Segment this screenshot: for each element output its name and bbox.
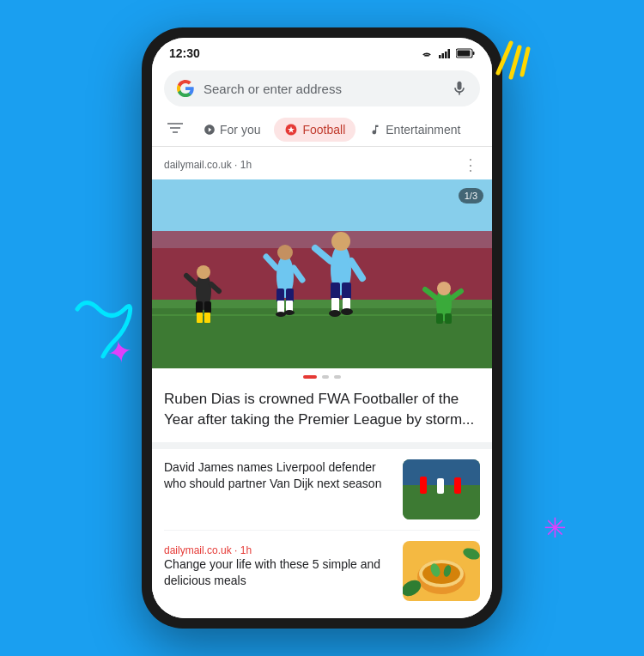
svg-rect-43 [204,301,211,313]
card-header: dailymail.co.uk · 1h ⋮ [152,147,492,179]
carousel-counter: 1/3 [459,188,483,203]
svg-rect-24 [331,298,339,312]
tab-entertainment[interactable]: Entertainment [359,118,471,142]
svg-rect-32 [276,289,284,302]
svg-rect-44 [197,313,203,323]
svg-rect-6 [448,49,451,58]
status-icons [420,48,475,58]
content-area: dailymail.co.uk · 1h ⋮ [152,147,492,618]
svg-rect-22 [331,282,340,300]
dot-2 [322,375,329,379]
carousel-image [152,179,492,368]
tabs-container: For you Football Entertainment [152,113,492,147]
svg-rect-33 [286,289,294,302]
mic-icon[interactable] [451,80,468,97]
tab-entertainment-label: Entertainment [386,123,460,137]
svg-point-41 [197,265,210,279]
svg-rect-58 [437,478,444,494]
svg-point-37 [284,310,295,315]
tab-football[interactable]: Football [274,118,355,142]
small-news-text-2: dailymail.co.uk · 1h Change your life wi… [164,541,392,590]
phone-frame: 12:30 [142,27,502,629]
small-news-title-1: David James names Liverpool defender who… [164,459,392,493]
svg-line-1 [511,47,519,77]
search-bar-container: Search or enter address [152,65,492,113]
status-bar: 12:30 [152,38,492,65]
section-divider [152,442,492,449]
signal-icon [438,48,452,58]
yellow-lines-decoration [489,39,532,82]
tab-for-you[interactable]: For you [193,118,270,142]
status-time: 12:30 [169,46,200,60]
google-logo [176,79,195,98]
dot-3 [334,375,341,379]
svg-rect-59 [454,477,461,494]
svg-rect-57 [420,477,427,494]
search-input-placeholder[interactable]: Search or enter address [204,82,442,96]
svg-line-2 [522,49,528,75]
battery-icon [456,48,475,58]
svg-rect-23 [342,282,351,300]
main-news-card: dailymail.co.uk · 1h ⋮ [152,147,492,442]
image-carousel[interactable]: 1/3 [152,179,492,368]
svg-point-31 [277,245,293,260]
svg-point-26 [329,310,341,317]
svg-point-21 [331,232,350,251]
small-news-text-1: David James names Liverpool defender who… [164,459,392,493]
main-article-headline[interactable]: Ruben Dias is crowned FWA Footballer of … [152,386,492,442]
svg-rect-5 [445,52,447,58]
dot-1 [303,375,317,379]
svg-rect-42 [196,301,203,313]
small-news-item-1[interactable]: David James names Liverpool defender who… [152,449,492,530]
carousel-dots [152,368,492,386]
star-magenta-decoration: ✳ [544,512,567,544]
article-source: dailymail.co.uk · 1h [164,159,252,171]
svg-point-27 [341,308,353,315]
small-news-container: David James names Liverpool defender who… [152,449,492,618]
search-bar[interactable]: Search or enter address [164,70,480,106]
tab-for-you-label: For you [220,123,260,137]
phone-screen: 12:30 [152,38,492,618]
small-news-source-2: dailymail.co.uk · 1h [164,544,392,556]
svg-rect-8 [473,52,475,55]
svg-rect-9 [458,51,471,57]
small-news-item-2[interactable]: dailymail.co.uk · 1h Change your life wi… [152,531,492,611]
svg-point-63 [422,563,460,584]
svg-point-49 [437,282,451,295]
small-news-title-2: Change your life with these 5 simple and… [164,556,392,590]
svg-rect-45 [204,313,210,323]
svg-rect-34 [277,301,284,313]
wifi-icon [420,48,434,58]
more-options-icon[interactable]: ⋮ [463,155,480,174]
tab-filter-icon[interactable] [161,117,190,143]
svg-line-0 [498,43,511,73]
svg-rect-3 [439,55,441,58]
svg-rect-4 [442,53,445,58]
tab-football-label: Football [302,123,345,137]
svg-rect-50 [436,313,443,324]
football-scene-svg [152,179,492,368]
small-news-image-2 [403,541,480,601]
svg-rect-51 [445,313,452,324]
small-news-image-1 [403,459,480,519]
